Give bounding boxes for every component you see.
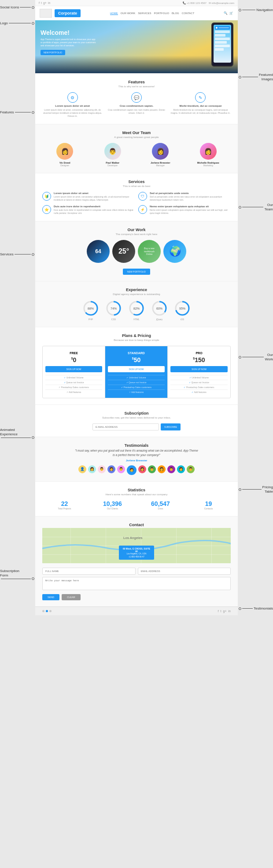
service-title-1: Sed ut perspiciatis unde omnis [150,192,231,195]
service-icon-3: ⚡ [138,205,147,214]
footer-dot-2[interactable] [49,610,52,612]
testimonial-quote: "I must say, when you put good will out … [75,449,198,457]
annotation-label-navigation: Navigation [256,8,273,12]
nav-portfolio[interactable]: PORTFOLIO [154,12,170,15]
new-portfolio-button[interactable]: NEW PORTFOLIO [123,269,150,275]
t-avatar-0[interactable]: 👤 [78,465,86,473]
nav-bar: Corporate HOME OUR WORK SERVICES PORTFOL… [35,6,238,20]
services-section: Services This is what we do best 🔰 Lorem… [35,173,238,221]
team-role-3: Marketing [186,164,231,167]
subscription-title: Subscription [42,411,231,415]
feature-text-2: Morbi tincidunt dui ac consequat magna, … [170,108,231,115]
circle-label-ios: iOS [174,318,191,321]
t-avatar-2[interactable]: 👨 [98,465,106,473]
pricing-free-btn[interactable]: SIGN UP NOW [45,366,102,372]
team-avatar-1: 👨 [104,143,121,160]
social-fb[interactable]: f [39,1,40,4]
pricing-standard-btn[interactable]: SIGN UP NOW [108,366,165,372]
work-item-2: Buy a newtoothbrushOnline [138,240,161,263]
stat-item-2: 60,547 Lines [138,500,183,510]
team-avatar-3: 👩 [200,143,217,160]
nav-contact[interactable]: CONTACT [182,12,195,15]
features-section: Features This is why we're so awesome! ⚙… [35,73,238,124]
t-avatar-8[interactable]: 👩 [158,465,166,473]
our-work-title: Our Work [42,228,231,232]
hero-section: Welcome! App Theme is super powerful too… [35,20,238,73]
feature-item-1: 💬 Cras condimentum sapien. Cras condimen… [106,92,166,118]
annotation-label-our-work: OurWork [265,353,273,361]
experience-circles: 88% PHP 74% CSS [42,300,231,321]
footer-dot-0[interactable] [42,610,44,612]
subscription-submit-button[interactable]: SUBSCRIBE [161,423,181,430]
contact-send-button[interactable]: SEND [42,594,59,600]
svg-rect-22 [176,528,177,563]
t-avatar-3[interactable]: 👩 [107,465,115,473]
t-avatar-10[interactable]: 👩 [177,465,185,473]
footer-social-gp[interactable]: g+ [223,610,227,613]
logo-text: Corporate [55,9,81,17]
t-avatar-9[interactable]: 👨 [167,465,175,473]
statistics-grid: 22 Total Projects 10,396 Our Clients 60,… [42,500,231,510]
testimonials-section: Testimonials "I must say, when you put g… [35,437,238,481]
statistics-section: Statistics Here's some numbers that spea… [35,481,238,516]
stat-number-1: 10,396 [90,500,135,507]
pricing-pro-btn[interactable]: SIGN UP NOW [170,366,228,372]
footer-social-fb[interactable]: f [218,610,219,613]
hero-cta-button[interactable]: NEW PORTFOLIO [41,50,65,55]
nav-blog[interactable]: BLOG [172,12,179,15]
nav-our-work[interactable]: OUR WORK [121,12,136,15]
circle-html: 82% HTML [128,300,145,321]
team-role-2: Manager [138,164,183,167]
service-title-2: Duis aute irure dolor in reprehenderit [54,205,135,208]
contact-name-input[interactable] [42,568,136,575]
nav-links: HOME OUR WORK SERVICES PORTFOLIO BLOG CO… [110,12,195,15]
hero-phone-mockup [211,22,233,67]
testimonial-avatars: 👤 👩 👨 👩 👨 🧑 👩 👨 👩 👨 👩 👨 [42,465,231,475]
contact-clear-button[interactable]: CLEAR [62,594,80,600]
t-avatar-5-active[interactable]: 🧑 [127,465,136,475]
service-title-0: Lorem ipsum dolor sit amet [54,192,135,195]
footer-dot-1[interactable] [46,610,48,612]
footer-social-tw[interactable]: t [221,610,221,613]
pricing-standard-price: $50 [108,356,165,363]
svg-text:74%: 74% [111,307,117,310]
annotation-label-subscription: SubscriptionForm [0,569,19,577]
t-avatar-11[interactable]: 👨 [187,465,195,473]
feature-item-2: ✎ Morbi tincidunt, dui ac consequat Morb… [170,92,231,118]
t-avatar-6[interactable]: 👩 [138,465,146,473]
feature-text-0: Lorem ipsum dolor sit amet, consectetur … [42,108,103,118]
cart-icon[interactable]: 🛒 [229,11,233,15]
hero-title: Welcome! [41,29,98,36]
subscription-subtitle: Subscribe now, get the latest news deliv… [42,416,231,419]
service-icon-1: 🛡 [138,192,147,201]
nav-home[interactable]: HOME [110,12,118,15]
search-icon[interactable]: 🔍 [224,11,228,15]
annotation-testimonials: Testimonials [239,606,273,611]
social-tw[interactable]: t [41,1,42,4]
t-avatar-1[interactable]: 👩 [88,465,96,473]
experience-subtitle: Digital agency experience is outstanding [42,293,231,296]
footer-pagination [42,610,52,612]
contact-section: Contact Los Angeles 60 West, [35,516,238,606]
service-item-0: 🔰 Lorem ipsum dolor sit amet Lorem ipsum… [42,192,135,202]
testimonial-author: Jorlene Brewster [42,459,231,462]
pricing-standard-f3: ✗ Add features [108,389,165,394]
stat-label-2: Lines [138,507,183,510]
circle-label-php: PHP [82,318,99,321]
t-avatar-7[interactable]: 👨 [148,465,156,473]
nav-services[interactable]: SERVICES [138,12,151,15]
pricing-free: FREE $0 SIGN UP NOW ✓ Unlimited Volume ✓… [43,346,105,398]
social-li[interactable]: in [48,1,50,4]
t-avatar-4[interactable]: 👨 [117,465,125,473]
footer-social-li[interactable]: in [229,610,231,613]
annotation-label-our-team: OurTeam [264,203,273,211]
annotation-subscription-form: SubscriptionForm [0,569,34,580]
contact-message-textarea[interactable] [42,577,231,590]
service-title-3: Nemo enim ipsam voluptatem quia voluptas… [150,205,231,208]
contact-email-input[interactable] [138,568,231,575]
team-member-0: 👩 Vic Dowd Designer [42,143,88,167]
subscription-email-input[interactable] [92,423,159,430]
social-gp[interactable]: g+ [43,1,47,4]
footer: f t g+ in [35,606,238,615]
pricing-free-f1: ✓ Queue not Invoice [45,380,102,385]
